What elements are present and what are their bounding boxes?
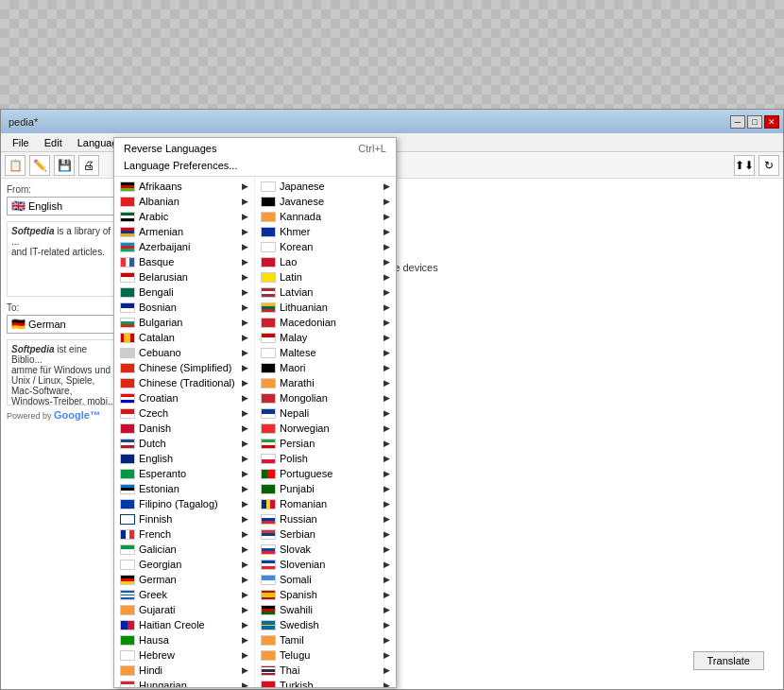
lang-name: Hebrew	[139, 649, 175, 661]
lang-item-croatian[interactable]: Croatian▶	[114, 390, 254, 405]
lang-item-azerbaijani[interactable]: Azerbaijani▶	[114, 239, 254, 254]
lang-item-dutch[interactable]: Dutch▶	[114, 436, 254, 451]
lang-item-chinese-(simplified)[interactable]: Chinese (Simplified)▶	[114, 360, 254, 375]
menu-edit[interactable]: Edit	[37, 135, 70, 150]
toolbar-btn-2[interactable]: ✏️	[29, 155, 50, 176]
lang-item-estonian[interactable]: Estonian▶	[114, 481, 254, 496]
lang-item-mongolian[interactable]: Mongolian▶	[255, 390, 396, 405]
lang-item-lithuanian[interactable]: Lithuanian▶	[255, 300, 396, 315]
lang-item-persian[interactable]: Persian▶	[255, 436, 396, 451]
lang-item-lao[interactable]: Lao▶	[255, 254, 396, 269]
lang-item-german[interactable]: German▶	[114, 572, 254, 587]
flag-icon-ar	[120, 212, 135, 222]
lang-item-portuguese[interactable]: Portuguese▶	[255, 466, 396, 481]
minimize-button[interactable]: ─	[730, 115, 745, 129]
lang-item-malay[interactable]: Malay▶	[255, 330, 396, 345]
lang-item-basque[interactable]: Basque▶	[114, 254, 254, 269]
lang-item-norwegian[interactable]: Norwegian▶	[255, 421, 396, 436]
toolbar-btn-3[interactable]: 💾	[54, 155, 75, 176]
lang-item-somali[interactable]: Somali▶	[255, 572, 396, 587]
lang-item-maori[interactable]: Maori▶	[255, 360, 396, 375]
submenu-arrow-icon: ▶	[242, 197, 248, 206]
submenu-arrow-icon: ▶	[242, 681, 248, 687]
flag-icon-bs	[120, 302, 135, 313]
close-button[interactable]: ✕	[764, 115, 779, 129]
lang-item-armenian[interactable]: Armenian▶	[114, 224, 254, 239]
menu-file[interactable]: File	[5, 135, 37, 150]
lang-item-arabic[interactable]: Arabic▶	[114, 209, 254, 224]
lang-item-telugu[interactable]: Telugu▶	[255, 647, 396, 663]
flag-icon-zh	[120, 363, 135, 373]
toolbar-btn-5[interactable]: ⬆⬇	[734, 155, 755, 176]
lang-item-hausa[interactable]: Hausa▶	[114, 632, 254, 647]
translate-button[interactable]: Translate	[693, 651, 764, 670]
lang-name: Basque	[139, 256, 174, 267]
lang-item-macedonian[interactable]: Macedonian▶	[255, 315, 396, 330]
lang-item-japanese[interactable]: Japanese▶	[255, 179, 396, 194]
lang-item-hindi[interactable]: Hindi▶	[114, 663, 254, 678]
lang-item-swahili[interactable]: Swahili▶	[255, 602, 396, 617]
lang-name: Gujarati	[139, 604, 176, 615]
lang-preferences-item[interactable]: Language Preferences...	[114, 157, 396, 174]
lang-item-kannada[interactable]: Kannada▶	[255, 209, 396, 224]
from-text-italic: Softpedia	[11, 226, 55, 236]
toolbar-btn-6[interactable]: ↻	[758, 155, 779, 176]
toolbar-btn-1[interactable]: 📋	[5, 155, 26, 176]
lang-item-albanian[interactable]: Albanian▶	[114, 194, 254, 209]
lang-item-spanish[interactable]: Spanish▶	[255, 587, 396, 602]
lang-item-punjabi[interactable]: Punjabi▶	[255, 481, 396, 496]
lang-item-nepali[interactable]: Nepali▶	[255, 405, 396, 421]
lang-item-bulgarian[interactable]: Bulgarian▶	[114, 315, 254, 330]
lang-item-gujarati[interactable]: Gujarati▶	[114, 602, 254, 617]
lang-item-tamil[interactable]: Tamil▶	[255, 632, 396, 647]
lang-item-khmer[interactable]: Khmer▶	[255, 224, 396, 239]
lang-item-slovenian[interactable]: Slovenian▶	[255, 557, 396, 572]
lang-name: Armenian	[139, 226, 183, 237]
lang-item-georgian[interactable]: Georgian▶	[114, 557, 254, 572]
to-lang-selector[interactable]: 🇩🇪 German	[7, 315, 122, 334]
lang-item-czech[interactable]: Czech▶	[114, 405, 254, 421]
lang-item-english[interactable]: English▶	[114, 451, 254, 466]
lang-item-serbian[interactable]: Serbian▶	[255, 526, 396, 542]
reverse-languages-item[interactable]: Reverse Languages Ctrl+L	[114, 140, 396, 157]
lang-item-maltese[interactable]: Maltese▶	[255, 345, 396, 360]
lang-item-thai[interactable]: Thai▶	[255, 663, 396, 678]
lang-item-danish[interactable]: Danish▶	[114, 421, 254, 436]
lang-item-marathi[interactable]: Marathi▶	[255, 375, 396, 390]
submenu-arrow-icon: ▶	[383, 333, 390, 342]
lang-item-french[interactable]: French▶	[114, 526, 254, 542]
lang-item-bengali[interactable]: Bengali▶	[114, 285, 254, 300]
lang-item-russian[interactable]: Russian▶	[255, 511, 396, 526]
lang-item-chinese-(traditional)[interactable]: Chinese (Traditional)▶	[114, 375, 254, 390]
lang-item-turkish[interactable]: Turkish▶	[255, 678, 396, 687]
toolbar-btn-4[interactable]: 🖨	[78, 155, 99, 176]
flag-icon-tr	[261, 681, 276, 688]
submenu-arrow-icon: ▶	[242, 408, 248, 418]
maximize-button[interactable]: □	[747, 115, 762, 129]
lang-item-finnish[interactable]: Finnish▶	[114, 511, 254, 526]
lang-item-korean[interactable]: Korean▶	[255, 239, 396, 254]
lang-item-haitian-creole[interactable]: Haitian Creole▶	[114, 617, 254, 632]
lang-item-polish[interactable]: Polish▶	[255, 451, 396, 466]
lang-item-catalan[interactable]: Catalan▶	[114, 330, 254, 345]
lang-item-latvian[interactable]: Latvian▶	[255, 285, 396, 300]
lang-item-romanian[interactable]: Romanian▶	[255, 496, 396, 511]
lang-item-latin[interactable]: Latin▶	[255, 269, 396, 285]
lang-item-slovak[interactable]: Slovak▶	[255, 542, 396, 557]
lang-item-hungarian[interactable]: Hungarian▶	[114, 678, 254, 687]
lang-item-cebuano[interactable]: Cebuano▶	[114, 345, 254, 360]
from-lang-selector[interactable]: 🇬🇧 English	[7, 197, 122, 216]
lang-item-belarusian[interactable]: Belarusian▶	[114, 269, 254, 285]
lang-item-filipino-(tagalog)[interactable]: Filipino (Tagalog)▶	[114, 496, 254, 511]
lang-item-esperanto[interactable]: Esperanto▶	[114, 466, 254, 481]
lang-item-hebrew[interactable]: Hebrew▶	[114, 647, 254, 663]
lang-item-greek[interactable]: Greek▶	[114, 587, 254, 602]
lang-item-javanese[interactable]: Javanese▶	[255, 194, 396, 209]
lang-item-afrikaans[interactable]: Afrikaans▶	[114, 179, 254, 194]
lang-item-swedish[interactable]: Swedish▶	[255, 617, 396, 632]
flag-icon-th	[261, 665, 276, 676]
lang-item-bosnian[interactable]: Bosnian▶	[114, 300, 254, 315]
flag-icon-sv	[261, 620, 276, 630]
lang-item-galician[interactable]: Galician▶	[114, 542, 254, 557]
to-text-italic: Softpedia	[11, 344, 55, 354]
